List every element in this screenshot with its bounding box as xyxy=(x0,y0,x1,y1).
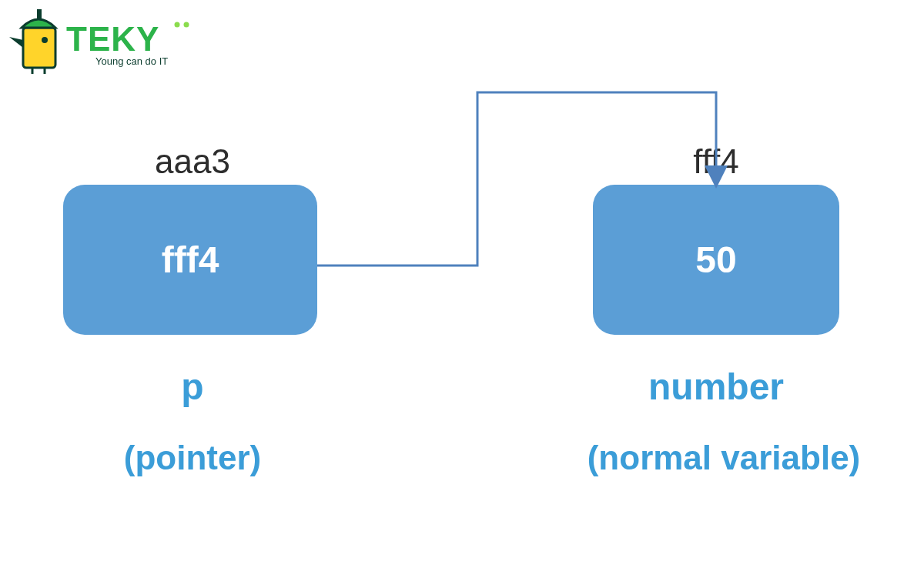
variable-value: 50 xyxy=(695,239,736,281)
diagram-stage: TEKY Young can do IT aaa3 fff4 p (pointe… xyxy=(0,0,924,568)
variable-box: 50 xyxy=(593,185,839,335)
svg-text:Young can do IT: Young can do IT xyxy=(95,55,168,67)
teky-logo: TEKY Young can do IT xyxy=(6,6,206,75)
svg-text:TEKY: TEKY xyxy=(66,20,159,58)
pointer-value: fff4 xyxy=(162,239,219,281)
svg-point-6 xyxy=(175,22,180,28)
svg-rect-0 xyxy=(23,28,55,68)
pointer-name: p xyxy=(92,366,293,408)
logo-svg: TEKY Young can do IT xyxy=(6,6,206,75)
pointer-description: (pointer) xyxy=(62,439,323,477)
svg-rect-1 xyxy=(37,9,42,18)
variable-address: fff4 xyxy=(639,142,793,181)
svg-point-7 xyxy=(184,22,189,28)
svg-point-2 xyxy=(42,37,48,43)
variable-description: (normal variable) xyxy=(539,439,909,477)
pointer-box: fff4 xyxy=(63,185,317,335)
variable-name: number xyxy=(601,366,832,408)
pointer-address: aaa3 xyxy=(116,142,270,181)
